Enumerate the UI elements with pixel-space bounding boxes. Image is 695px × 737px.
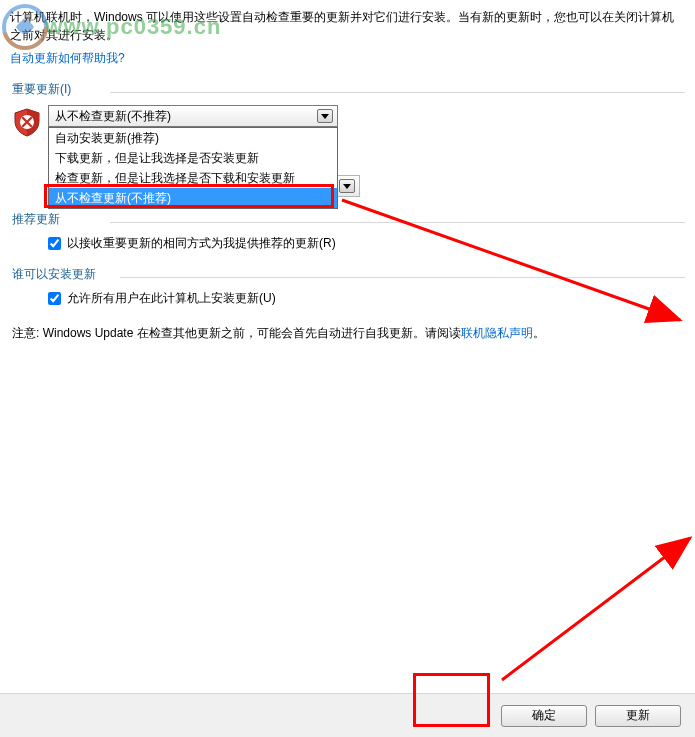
divider bbox=[110, 92, 685, 93]
who-checkbox[interactable] bbox=[48, 292, 61, 305]
recommended-legend: 推荐更新 bbox=[10, 211, 62, 228]
ok-button[interactable]: 确定 bbox=[501, 705, 587, 727]
annotation-arrow-2 bbox=[480, 530, 695, 700]
dropdown-selected-text: 从不检查更新(不推荐) bbox=[55, 108, 171, 125]
dropdown-list: 自动安装更新(推荐) 下载更新，但是让我选择是否安装更新 检查更新，但是让我选择… bbox=[48, 127, 338, 209]
dropdown-option-selected[interactable]: 从不检查更新(不推荐) bbox=[49, 188, 337, 208]
recommended-updates-group: 推荐更新 以接收重要更新的相同方式为我提供推荐的更新(R) bbox=[10, 211, 685, 252]
help-link[interactable]: 自动更新如何帮助我? bbox=[10, 51, 125, 65]
important-updates-dropdown[interactable]: 从不检查更新(不推荐) bbox=[48, 105, 338, 127]
note-prefix: 注意: Windows Update 在检查其他更新之前，可能会首先自动进行自我… bbox=[12, 326, 461, 340]
dropdown-button-icon bbox=[317, 109, 333, 123]
who-checkbox-label: 允许所有用户在此计算机上安装更新(U) bbox=[67, 290, 276, 307]
note-suffix: 。 bbox=[533, 326, 545, 340]
shield-warning-icon bbox=[12, 107, 42, 137]
who-checkbox-row[interactable]: 允许所有用户在此计算机上安装更新(U) bbox=[48, 290, 685, 307]
who-legend: 谁可以安装更新 bbox=[10, 266, 98, 283]
recommended-checkbox-label: 以接收重要更新的相同方式为我提供推荐的更新(R) bbox=[67, 235, 336, 252]
privacy-note: 注意: Windows Update 在检查其他更新之前，可能会首先自动进行自我… bbox=[10, 325, 685, 342]
who-can-install-group: 谁可以安装更新 允许所有用户在此计算机上安装更新(U) bbox=[10, 266, 685, 307]
intro-text: 计算机联机时，Windows 可以使用这些设置自动检查重要的更新并对它们进行安装… bbox=[10, 8, 685, 44]
dropdown-option[interactable]: 检查更新，但是让我选择是否下载和安装更新 bbox=[49, 168, 337, 188]
cancel-button[interactable]: 更新 bbox=[595, 705, 681, 727]
dialog-button-bar: 确定 更新 bbox=[0, 693, 695, 737]
dropdown-button-icon bbox=[339, 179, 355, 193]
important-legend: 重要更新(I) bbox=[10, 81, 73, 98]
divider bbox=[110, 222, 685, 223]
important-updates-group: 重要更新(I) 从不检查更新(不推荐) 自动安装更新(推荐) 下载更新，但是让 bbox=[10, 81, 685, 197]
recommended-checkbox[interactable] bbox=[48, 237, 61, 250]
recommended-checkbox-row[interactable]: 以接收重要更新的相同方式为我提供推荐的更新(R) bbox=[48, 235, 685, 252]
dropdown-option[interactable]: 自动安装更新(推荐) bbox=[49, 128, 337, 148]
divider bbox=[120, 277, 685, 278]
svg-line-4 bbox=[502, 538, 690, 680]
dropdown-option[interactable]: 下载更新，但是让我选择是否安装更新 bbox=[49, 148, 337, 168]
privacy-link[interactable]: 联机隐私声明 bbox=[461, 326, 533, 340]
